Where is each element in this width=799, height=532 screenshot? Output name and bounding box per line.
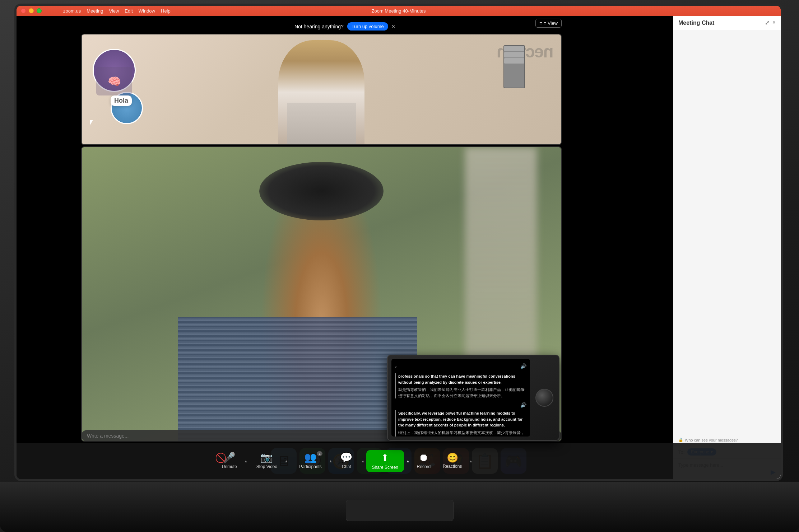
- chat-popout-icon[interactable]: ⤢: [765, 19, 770, 26]
- privacy-text: Who can see your messages?: [685, 438, 738, 442]
- chat-panel: Meeting Chat ⤢ × 🔒 Who can see your mess…: [673, 16, 781, 479]
- chat-header-actions: ⤢ ×: [765, 19, 776, 26]
- hair: [259, 162, 384, 221]
- brain-icon: 🧠: [96, 67, 132, 95]
- message-placeholder: Write a message...: [87, 433, 129, 439]
- record-icon: ⏺: [419, 453, 429, 463]
- chat-button[interactable]: 💬 Chat: [334, 451, 359, 471]
- view-button[interactable]: ≡ ≡ View: [535, 19, 562, 28]
- touchpad[interactable]: [346, 500, 454, 521]
- reactions-label: Reactions: [443, 464, 462, 469]
- video-area: Not hearing anything? Turn up volume × ≡…: [17, 16, 673, 479]
- keyboard-area: [0, 482, 799, 532]
- notification-bar: Not hearing anything? Turn up volume ×: [289, 20, 400, 33]
- notification-text: Not hearing anything?: [294, 24, 344, 29]
- reactions-icon: 😊: [447, 453, 458, 462]
- toolbar: 🎤 ⃠ Unmute ▲ 📷 Stop Video ▲: [17, 443, 673, 479]
- window-title: Zoom Meeting 40-Minutes: [371, 8, 426, 14]
- toolbar-divider-1: [291, 450, 291, 472]
- fullscreen-button[interactable]: [37, 8, 42, 13]
- device-speaker2-icon[interactable]: 🔊: [520, 401, 526, 409]
- traffic-lights: [21, 8, 42, 13]
- microphone-muted-icon: 🎤 ⃠: [223, 453, 236, 463]
- stop-video-chevron[interactable]: ▲: [284, 459, 288, 463]
- chat-label: Chat: [342, 464, 351, 469]
- shirt: [287, 103, 356, 144]
- laptop-frame: zoom.us Meeting View Edit Window Help Zo…: [0, 0, 799, 532]
- chat-close-icon[interactable]: ×: [772, 19, 776, 26]
- unmute-button[interactable]: 🎤 ⃠ Unmute: [217, 451, 242, 471]
- device-text-2-en: Specifically, we leverage powerful machi…: [398, 410, 526, 428]
- device-speaker-icon[interactable]: 🔊: [520, 363, 526, 371]
- chat-panel-title: Meeting Chat: [678, 20, 714, 26]
- macos-titlebar: zoom.us Meeting View Edit Window Help Zo…: [17, 6, 781, 16]
- chat-body: [673, 30, 781, 435]
- menu-app[interactable]: zoom.us: [63, 8, 81, 14]
- striped-shirt: [178, 317, 417, 441]
- device-text-content: ‹ 🔊 professionals so that they can have …: [391, 359, 530, 437]
- chat-icon: 💬: [340, 453, 353, 463]
- translation-device: ‹ 🔊 professionals so that they can have …: [387, 355, 559, 441]
- participants-button[interactable]: 👥 2 Participants: [294, 451, 327, 471]
- menu-window[interactable]: Window: [139, 8, 155, 14]
- minimize-button[interactable]: [29, 8, 34, 13]
- person-top-silhouette: [278, 40, 364, 144]
- speech-bubble-hola: Hola: [111, 95, 132, 106]
- reactions-button[interactable]: 😊 Reactions: [438, 451, 467, 471]
- menu-edit[interactable]: Edit: [125, 8, 133, 14]
- chat-chevron[interactable]: ▲: [361, 459, 365, 463]
- zoom-content: Not hearing anything? Turn up volume × ≡…: [17, 16, 781, 479]
- stop-video-button[interactable]: 📷 Stop Video: [251, 451, 283, 471]
- camera-icon: 📷: [260, 453, 273, 463]
- stop-video-label: Stop Video: [256, 464, 278, 469]
- lock-icon: 🔒: [678, 438, 683, 442]
- device-text-1-en: professionals so that they can have mean…: [398, 373, 526, 385]
- notification-close-button[interactable]: ×: [392, 23, 395, 30]
- record-label: Record: [417, 464, 431, 469]
- record-button[interactable]: ⏺ Record: [411, 451, 436, 471]
- close-button[interactable]: [21, 8, 26, 13]
- mouse-cursor: [90, 120, 97, 127]
- unmute-chevron[interactable]: ▲: [244, 459, 248, 463]
- device-text-2-cn: 特别上，我们利用强大的机器学习模型来改善文本接收，减少背景噪音，并考虑不同地区人…: [398, 430, 526, 437]
- unmute-label: Unmute: [222, 464, 237, 469]
- view-icon: ≡: [539, 20, 542, 26]
- participants-badge: 2: [317, 451, 322, 456]
- share-screen-icon: ⬆: [381, 452, 389, 463]
- share-screen-button[interactable]: ⬆ Share Screen: [366, 450, 404, 472]
- menu-meeting[interactable]: Meeting: [87, 8, 103, 14]
- menu-view[interactable]: View: [109, 8, 119, 14]
- participants-label: Participants: [299, 464, 322, 469]
- share-screen-chevron[interactable]: ▲: [406, 459, 410, 463]
- device-screen: ‹ 🔊 professionals so that they can have …: [391, 359, 530, 437]
- device-knob[interactable]: [535, 389, 553, 407]
- titlebar-menu: zoom.us Meeting View Edit Window Help: [63, 8, 171, 14]
- server-rack: [503, 45, 525, 88]
- device-back-icon[interactable]: ‹: [395, 363, 397, 371]
- device-text-1-cn: 就是指导政策的，我们希望能为专业人士打造一款利器产品，让他们能够进行有意义的对话…: [398, 387, 526, 398]
- participants-chevron[interactable]: ▲: [329, 459, 333, 463]
- share-screen-label: Share Screen: [372, 465, 398, 470]
- turn-up-volume-button[interactable]: Turn up volume: [347, 22, 388, 31]
- participants-icon: 👥: [304, 453, 317, 463]
- view-label: ≡ View: [544, 20, 558, 26]
- video-panel-top: nection Hola 🧠: [81, 34, 562, 145]
- menu-help[interactable]: Help: [161, 8, 171, 14]
- reactions-chevron[interactable]: ▲: [469, 459, 473, 463]
- chat-header: Meeting Chat ⤢ ×: [673, 16, 781, 30]
- screen-bezel: zoom.us Meeting View Edit Window Help Zo…: [14, 4, 783, 481]
